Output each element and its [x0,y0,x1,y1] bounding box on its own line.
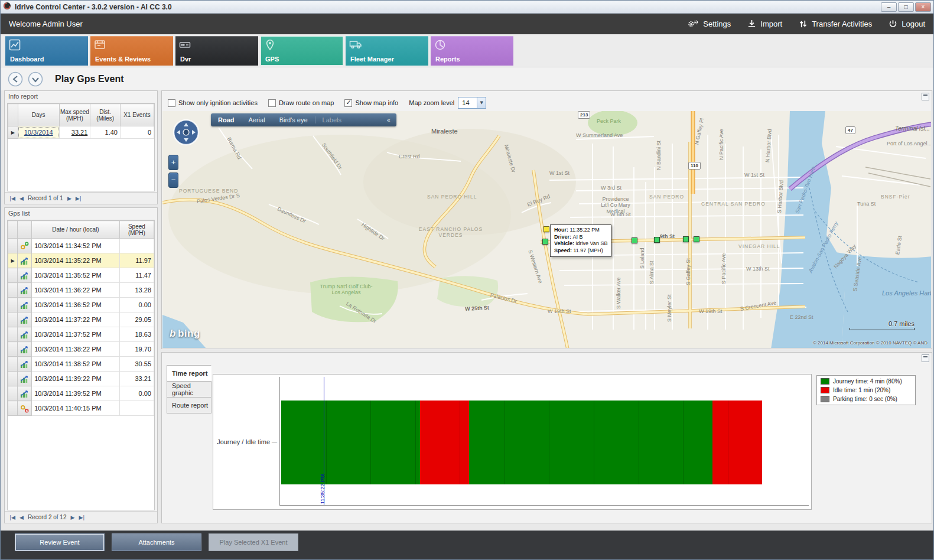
gps-list-row[interactable]: ▶10/3/2014 11:35:22 PM11.97 [8,253,154,268]
current-row-indicator [8,298,18,312]
chart-plot[interactable]: 11:35:22 PM [279,377,809,506]
map-mode-aerial[interactable]: Aerial [242,116,272,123]
close-button[interactable]: × [915,2,931,12]
next-record-button[interactable]: ▶ [67,196,71,201]
route-marker[interactable] [683,236,689,242]
previous-record-button[interactable]: ◀ [19,196,24,201]
chart-panel-collapse-button[interactable] [922,354,929,362]
legend-swatch [821,396,829,402]
play-selected-x1-event-button: Play Selected X1 Event [209,533,298,551]
gps-list-row[interactable]: 10/3/2014 11:38:22 PM19.70 [8,342,154,357]
map-mode-bird-s-eye[interactable]: Bird's eye [272,116,315,123]
topbar-action-transfer-activities[interactable]: Transfer Activities [799,19,872,28]
attachments-button[interactable]: Attachments [112,533,201,551]
nav-tile-dvr[interactable]: Dvr [175,36,258,66]
route-marker[interactable] [654,237,660,243]
gps-list-title: Gps list [5,208,157,219]
last-record-button[interactable]: ▶| [76,196,82,201]
tab-route-report[interactable]: Route report [167,397,211,414]
topbar-actions: SettingsImportTransfer ActivitiesLogout [687,19,925,28]
map-mode-bar: RoadAerialBird's eyeLabels« [211,113,396,126]
checkbox-unchecked-icon[interactable] [168,99,175,107]
map-pin-icon [264,39,276,53]
info-report-column-header: Max speed (MPH) [59,104,90,126]
ignition-on-icon [18,242,31,250]
map-canvas[interactable]: MiralestePeck ParkW Summerland AveCrest … [162,111,931,348]
collapse-down-button[interactable] [28,71,43,87]
chart-legend: Journey time: 4 min (80%)Idle time: 1 mi… [816,375,916,405]
gps-list-row[interactable]: 10/3/2014 11:37:22 PM29.05 [8,312,154,327]
nav-tile-dashboard[interactable]: Dashboard [5,36,88,66]
map-zoom-select[interactable]: 14 ▼ [458,97,486,109]
checkbox-checked-icon[interactable] [344,99,352,107]
map-mode-labels: Labels [315,116,349,123]
route-marker-start[interactable] [544,226,549,232]
checkbox-unchecked-icon[interactable] [268,99,276,107]
max-speed-link[interactable]: 33.21 [71,129,88,136]
gps-list-panel: Gps list Date / hour (local)Speed (MPH)1… [4,207,158,523]
topbar-action-logout[interactable]: Logout [889,19,925,28]
row-type-icon-cell [18,283,32,298]
row-type-icon-cell [18,327,32,342]
distance-cell: 1.40 [90,126,121,139]
gps-point-icon [18,375,31,383]
nav-tile-events-reviews[interactable]: Events & Reviews [90,36,173,66]
current-row-indicator [8,357,18,372]
map-mode-road[interactable]: Road [211,116,242,123]
current-row-indicator [8,312,18,327]
gps-list-row[interactable]: 10/3/2014 11:38:52 PM30.55 [8,357,154,372]
gps-list-row[interactable]: 10/3/2014 11:36:22 PM13.28 [8,283,154,298]
current-row-indicator [8,268,18,283]
gps-list-row[interactable]: 10/3/2014 11:35:52 PM11.47 [8,268,154,283]
day-link[interactable]: 10/3/2014 [24,129,53,136]
nav-tile-reports[interactable]: Reports [431,36,513,66]
gps-list-row[interactable]: 10/3/2014 11:36:52 PM0.00 [8,298,154,312]
welcome-text: Welcome Admin User [9,19,83,28]
gps-list-row[interactable]: 10/3/2014 11:39:22 PM33.21 [8,372,154,386]
previous-record-button[interactable]: ◀ [19,515,24,520]
map-panel-collapse-button[interactable] [922,93,929,100]
window-controls: –□× [881,2,931,12]
zoom-in-button[interactable]: + [168,155,178,170]
gps-list-column-header: Speed (MPH) [119,221,154,239]
gps-list-row[interactable]: 10/3/2014 11:34:52 PM [8,239,154,253]
review-event-button[interactable]: Review Event [15,533,105,551]
route-marker[interactable] [542,239,548,245]
gps-point-icon [18,256,31,265]
first-record-button[interactable]: |◀ [9,196,15,201]
nav-tile-fleet-manager[interactable]: Fleet Manager [346,36,428,66]
timeline-bar [281,401,762,484]
tab-speed-graphic[interactable]: Speed graphic [167,381,211,398]
zoom-out-button[interactable]: − [168,172,178,188]
datetime-cell: 10/3/2014 11:38:22 PM [32,342,120,357]
nav-tile-gps[interactable]: GPS [261,36,343,66]
gps-point-icon [18,301,31,310]
route-marker[interactable] [694,236,699,242]
topbar-action-import[interactable]: Import [747,19,782,28]
gps-point-icon [18,271,31,280]
back-button[interactable] [8,71,23,87]
map-pan-control[interactable] [172,118,200,149]
footer-bar: Review EventAttachmentsPlay Selected X1 … [1,530,933,560]
minimize-button[interactable]: – [881,2,897,12]
datetime-cell: 10/3/2014 11:36:22 PM [32,283,120,298]
checkbox-draw-route-on-map: Draw route on map [268,99,334,107]
tooltip-line: Driver: AI B [554,234,607,241]
next-record-button[interactable]: ▶ [71,515,75,520]
bing-logo[interactable]: bing [170,328,200,340]
legend-swatch [821,387,829,393]
maximize-button[interactable]: □ [898,2,914,12]
gps-list-row[interactable]: 10/3/2014 11:37:52 PM18.63 [8,327,154,342]
gps-list-row[interactable]: 10/3/2014 11:39:52 PM0.00 [8,386,154,401]
gps-list-row[interactable]: 10/3/2014 11:40:15 PM [8,401,154,416]
datetime-cell: 10/3/2014 11:34:52 PM [32,239,120,253]
tab-time-report[interactable]: Time report [167,365,211,382]
first-record-button[interactable]: |◀ [9,515,15,520]
route-marker[interactable] [632,237,637,243]
tooltip-line: Speed: 11.97 (MPH) [554,248,607,255]
topbar-action-settings[interactable]: Settings [687,19,731,28]
map-menu-collapse-button[interactable]: « [380,116,396,124]
table-row[interactable]: ▶10/3/201433.211.400 [8,126,154,139]
max-speed-cell: 33.21 [59,126,90,139]
last-record-button[interactable]: ▶| [79,515,84,520]
